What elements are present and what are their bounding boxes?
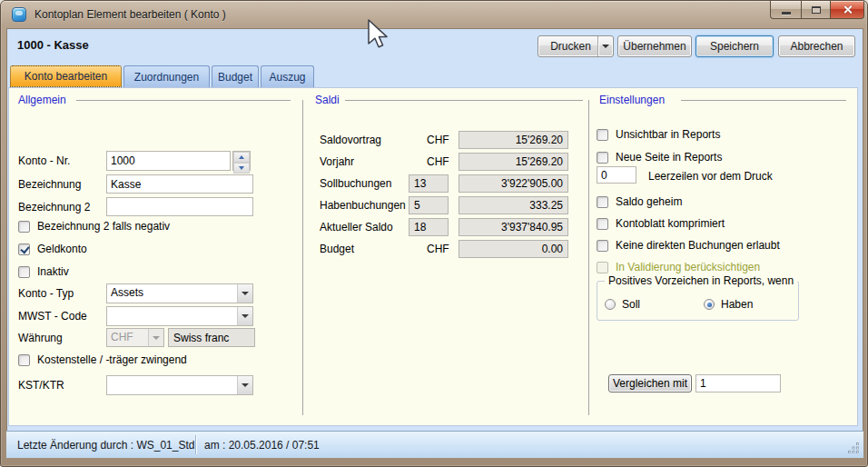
leerzeilen-label: Leerzeilen vor dem Druck bbox=[648, 170, 773, 183]
saldi-row-count: 5 bbox=[409, 196, 449, 214]
saldi-row-unit: CHF bbox=[427, 243, 449, 255]
minimize-icon bbox=[782, 12, 791, 15]
vorzeichen-groupbox: Positives Vorzeichen in Reports, wenn So… bbox=[597, 281, 799, 321]
checkbox-geldkonto[interactable]: Geldkonto bbox=[18, 243, 87, 255]
selected-value: Assets bbox=[107, 284, 237, 303]
tab-strip: Konto bearbeiten Zuordnungen Budget Ausz… bbox=[10, 65, 316, 87]
checkbox-label: Geldkonto bbox=[37, 243, 87, 255]
checkbox-saldo-geheim[interactable]: Saldo geheim bbox=[597, 195, 682, 208]
konto-nr-stepper bbox=[232, 151, 251, 171]
app-icon bbox=[12, 7, 26, 22]
checkbox-box bbox=[597, 129, 608, 141]
close-button[interactable] bbox=[830, 1, 864, 19]
uebernehmen-button[interactable]: Übernehmen bbox=[617, 35, 692, 57]
radio-label: Soll bbox=[622, 298, 640, 311]
checkbox-box bbox=[18, 221, 30, 233]
konto-nr-label: Konto - Nr. bbox=[18, 154, 70, 167]
drucken-dropdown[interactable] bbox=[598, 41, 613, 52]
tab-label: Budget bbox=[218, 71, 252, 84]
mwst-code-label: MWST - Code bbox=[18, 310, 87, 323]
saldi-row-value: 15'269.20 bbox=[459, 153, 568, 171]
tab-budget[interactable]: Budget bbox=[212, 65, 259, 87]
stepper-up-button[interactable] bbox=[233, 152, 250, 163]
resize-grip[interactable] bbox=[847, 442, 860, 454]
tab-konto-bearbeiten[interactable]: Konto bearbeiten bbox=[10, 65, 122, 87]
speichern-button[interactable]: Speichern bbox=[695, 35, 774, 57]
checkbox-label: In Validierung berücksichtigen bbox=[616, 261, 760, 273]
saldi-row-count: 18 bbox=[409, 218, 449, 236]
tab-label: Konto bearbeiten bbox=[25, 70, 107, 83]
saldi-row-value: 3'937'840.95 bbox=[459, 218, 568, 236]
maximize-icon bbox=[812, 6, 821, 14]
checkbox-bezeichnung2-negativ[interactable]: Bezeichnung 2 falls negativ bbox=[18, 220, 170, 233]
bezeichnung2-input[interactable] bbox=[106, 197, 253, 216]
tab-auszug[interactable]: Auszug bbox=[261, 65, 314, 87]
uebernehmen-label: Übernehmen bbox=[623, 40, 686, 53]
waehrung-name-field: Swiss franc bbox=[168, 328, 255, 347]
up-arrow-icon bbox=[239, 153, 244, 159]
checkbox-neue-seite-in-reports[interactable]: Neue Seite in Reports bbox=[597, 151, 722, 164]
column-divider bbox=[302, 100, 303, 415]
vergleichen-mit-button[interactable]: Vergleichen mit bbox=[608, 374, 692, 392]
status-change-date: am : 20.05.2016 / 07:51 bbox=[204, 439, 320, 452]
account-title: 1000 - Kasse bbox=[17, 38, 89, 52]
dropdown-button[interactable] bbox=[237, 376, 252, 394]
checkbox-label: Inaktiv bbox=[37, 265, 69, 278]
checkbox-kostenstelle-zwingend[interactable]: Kostenstelle / -träger zwingend bbox=[18, 353, 187, 366]
group-line bbox=[76, 100, 291, 101]
konto-typ-select[interactable]: Assets bbox=[106, 283, 253, 303]
dialog-window: Kontoplan Element bearbeiten ( Konto ) 1… bbox=[0, 0, 868, 467]
waehrung-label: Währung bbox=[18, 332, 63, 344]
checkbox-keine-direkten-buchungen[interactable]: Keine direkten Buchungen erlaubt bbox=[597, 239, 780, 252]
checkbox-box bbox=[597, 218, 608, 230]
checkbox-box bbox=[597, 262, 608, 273]
stepper-down-button[interactable] bbox=[233, 163, 250, 174]
checkbox-label: Kostenstelle / -träger zwingend bbox=[37, 353, 187, 366]
checkbox-kontoblatt-komprimiert[interactable]: Kontoblatt komprimiert bbox=[597, 217, 725, 230]
checkbox-inaktiv[interactable]: Inaktiv bbox=[18, 265, 69, 278]
chevron-down-icon bbox=[242, 383, 249, 391]
titlebar[interactable]: Kontoplan Element bearbeiten ( Konto ) bbox=[1, 1, 867, 28]
radio-haben[interactable]: Haben bbox=[704, 298, 753, 311]
saldi-row-count: 13 bbox=[409, 174, 449, 193]
dropdown-button[interactable] bbox=[237, 284, 252, 303]
abbrechen-button[interactable]: Abbrechen bbox=[778, 35, 855, 57]
konto-nr-input[interactable] bbox=[106, 151, 231, 171]
vergleichen-mit-input[interactable] bbox=[695, 374, 781, 392]
abbrechen-label: Abbrechen bbox=[790, 40, 843, 53]
leerzeilen-input[interactable] bbox=[597, 166, 636, 184]
radio-circle bbox=[605, 299, 616, 310]
saldi-row-value: 15'269.20 bbox=[459, 131, 568, 149]
saldi-row-unit: CHF bbox=[427, 155, 449, 168]
konto-typ-label: Konto - Typ bbox=[18, 287, 74, 300]
kst-ktr-select[interactable] bbox=[106, 375, 253, 395]
window-controls bbox=[770, 1, 864, 19]
checkbox-box bbox=[18, 266, 30, 278]
dropdown-button[interactable] bbox=[237, 307, 252, 325]
vorzeichen-group-title: Positives Vorzeichen in Reports, wenn bbox=[605, 274, 797, 287]
radio-soll[interactable]: Soll bbox=[605, 298, 640, 311]
mwst-code-select[interactable] bbox=[106, 306, 253, 326]
checkbox-label: Unsichtbar in Reports bbox=[616, 128, 720, 141]
checkbox-label: Kontoblatt komprimiert bbox=[616, 217, 725, 230]
saldi-row-label: Saldovortrag bbox=[320, 134, 381, 146]
maximize-button[interactable] bbox=[801, 1, 831, 19]
drucken-button[interactable]: Drucken bbox=[538, 35, 614, 57]
minimize-button[interactable] bbox=[770, 1, 802, 19]
checkbox-label: Saldo geheim bbox=[616, 195, 682, 208]
checkbox-in-validierung: In Validierung berücksichtigen bbox=[597, 261, 760, 273]
status-last-change: Letzte Änderung durch : WS_01_Std bbox=[17, 439, 194, 452]
checkbox-label: Bezeichnung 2 falls negativ bbox=[37, 220, 170, 233]
checkbox-box bbox=[18, 354, 30, 366]
column-divider bbox=[588, 100, 589, 415]
down-arrow-icon bbox=[239, 166, 244, 173]
close-icon bbox=[843, 5, 853, 15]
checkbox-label: Neue Seite in Reports bbox=[616, 151, 722, 164]
bezeichnung-input[interactable] bbox=[106, 174, 253, 194]
drucken-label: Drucken bbox=[538, 40, 597, 53]
kst-ktr-label: KST/KTR bbox=[18, 379, 64, 392]
tab-zuordnungen[interactable]: Zuordnungen bbox=[123, 65, 210, 87]
radio-label: Haben bbox=[721, 298, 753, 311]
checkbox-unsichtbar-in-reports[interactable]: Unsichtbar in Reports bbox=[597, 128, 720, 141]
checkbox-box bbox=[597, 152, 608, 164]
